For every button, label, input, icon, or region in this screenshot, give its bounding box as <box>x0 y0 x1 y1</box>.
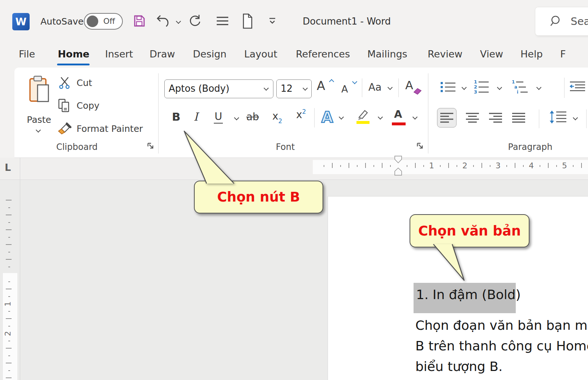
v-ruler-tick <box>8 252 10 252</box>
h-ruler-number: 5 <box>562 161 567 170</box>
tab-help[interactable]: Help <box>520 48 543 60</box>
word-logo-icon[interactable]: W <box>12 13 30 30</box>
tab-design[interactable]: Design <box>193 48 226 60</box>
font-name-chevron-icon[interactable] <box>264 86 269 91</box>
h-ruler-number: 2 <box>462 161 467 170</box>
indent-markers[interactable] <box>394 156 402 176</box>
save-button[interactable] <box>132 14 147 28</box>
group-divider <box>158 73 159 154</box>
tab-review[interactable]: Review <box>428 48 462 60</box>
v-ruler-tick <box>6 200 12 200</box>
horizontal-ruler[interactable] <box>313 160 588 174</box>
numbering-icon: 1 2 3 <box>473 79 489 94</box>
multilevel-list-icon: 1 a i <box>511 79 529 94</box>
subscript-button[interactable]: x2 <box>272 110 288 126</box>
clipboard-dialog-launcher[interactable] <box>147 142 155 150</box>
tab-mailings[interactable]: Mailings <box>367 48 407 60</box>
h-ruler-number: 1 <box>429 161 434 170</box>
h-ruler-tick <box>473 165 474 167</box>
redo-button[interactable] <box>187 13 204 29</box>
decrease-indent-button[interactable] <box>569 81 587 94</box>
align-left-button-selected[interactable] <box>437 108 457 128</box>
quick-access-lines-button[interactable] <box>215 15 230 27</box>
v-ruler-tick <box>8 237 10 238</box>
line-spacing-button[interactable] <box>549 110 568 124</box>
tab-partial[interactable]: F <box>560 48 566 60</box>
change-case-chevron-icon[interactable] <box>388 85 393 90</box>
copy-label: Copy <box>77 100 99 111</box>
toggle-knob <box>87 16 98 27</box>
font-color-chevron-icon[interactable] <box>412 115 418 120</box>
highlight-color-button[interactable] <box>355 108 371 125</box>
tab-draw[interactable]: Draw <box>150 48 175 60</box>
paste-dropdown-chevron-icon[interactable] <box>36 128 41 133</box>
bullets-button[interactable] <box>440 81 456 94</box>
numbering-button[interactable]: 1 2 3 <box>473 79 489 94</box>
font-color-button[interactable]: A <box>391 108 407 126</box>
h-ruler-tick <box>357 165 358 167</box>
font-name-combobox[interactable]: Aptos (Body) <box>164 79 273 98</box>
clipboard-group-label: Clipboard <box>51 142 103 152</box>
tab-references[interactable]: References <box>296 48 350 60</box>
multilevel-chevron-icon[interactable] <box>536 85 541 90</box>
lines-icon <box>215 15 230 27</box>
autosave-toggle[interactable]: Off <box>84 13 123 30</box>
align-center-button[interactable] <box>465 112 480 123</box>
italic-button[interactable]: I <box>191 109 203 126</box>
tab-layout[interactable]: Layout <box>244 48 277 60</box>
doc-line-2[interactable]: B trên thanh công cụ Home. <box>415 338 588 353</box>
text-effects-chevron-icon[interactable] <box>339 115 344 120</box>
v-ruler-tick <box>8 326 10 327</box>
search-box[interactable]: Sea <box>535 7 588 35</box>
h-ruler-tick <box>540 165 540 167</box>
new-document-button[interactable] <box>241 13 255 30</box>
line-spacing-chevron-icon[interactable] <box>573 115 578 120</box>
font-size-combobox[interactable]: 12 <box>276 79 312 98</box>
shrink-caret-icon <box>352 79 357 84</box>
superscript-button[interactable]: x2 <box>296 108 312 125</box>
underline-chevron-icon[interactable] <box>234 115 239 120</box>
h-ruler-tick <box>324 165 324 167</box>
cut-button[interactable]: Cut <box>59 75 152 91</box>
undo-button[interactable] <box>155 14 170 28</box>
justify-button[interactable] <box>511 112 526 123</box>
strikethrough-button[interactable]: ab <box>245 111 265 125</box>
h-ruler-tick <box>382 163 382 168</box>
underline-button[interactable]: U <box>212 109 227 126</box>
small-divider <box>586 109 587 128</box>
grow-caret-icon <box>329 79 334 84</box>
callout-select-text-tail <box>428 241 471 285</box>
copy-button[interactable]: Copy <box>57 97 151 114</box>
tab-view[interactable]: View <box>480 48 503 60</box>
tab-stop-selector[interactable]: L <box>5 162 11 173</box>
doc-line-3[interactable]: biểu tượng B. <box>415 359 502 374</box>
shrink-font-button[interactable]: A <box>340 79 359 96</box>
text-effects-button[interactable]: A <box>319 107 336 127</box>
clear-formatting-button[interactable]: A <box>405 78 424 96</box>
font-dialog-launcher[interactable] <box>416 142 424 150</box>
format-painter-button[interactable]: Format Painter <box>57 120 165 137</box>
numbering-chevron-icon[interactable] <box>497 85 502 90</box>
h-ruler-tick <box>365 163 366 168</box>
change-case-button[interactable]: Aa <box>368 79 388 96</box>
undo-dropdown-chevron-icon[interactable] <box>176 19 181 24</box>
customize-toolbar-button[interactable] <box>267 17 278 27</box>
tab-home[interactable]: Home <box>58 48 90 60</box>
doc-heading[interactable]: 1. In đậm (Bold) <box>416 287 521 302</box>
multilevel-list-button[interactable]: 1 a i <box>511 79 529 94</box>
bold-button[interactable]: B <box>170 109 183 126</box>
tab-file[interactable]: File <box>19 48 35 60</box>
align-right-button[interactable] <box>488 112 503 123</box>
v-ruler-number: 2 <box>3 331 12 336</box>
format-painter-label: Format Painter <box>77 124 143 134</box>
doc-line-1[interactable]: Chọn đoạn văn bản bạn muố <box>415 318 588 333</box>
bullets-chevron-icon[interactable] <box>462 85 467 90</box>
highlight-chevron-icon[interactable] <box>378 115 383 120</box>
cut-scissors-icon <box>59 76 71 89</box>
italic-letter: I <box>194 110 198 123</box>
font-size-chevron-icon[interactable] <box>303 86 308 91</box>
tab-insert[interactable]: Insert <box>105 48 133 60</box>
grow-font-button[interactable]: A <box>315 77 336 96</box>
h-ruler-tick <box>523 165 524 167</box>
save-icon <box>132 14 147 28</box>
